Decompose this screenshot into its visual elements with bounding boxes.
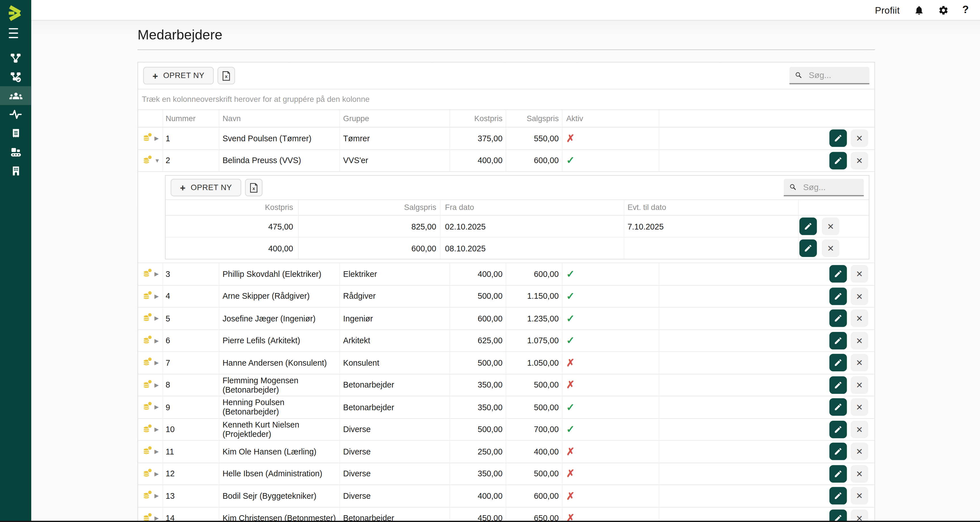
sidebar-item-activity[interactable] [0,105,31,124]
edit-button[interactable] [829,376,847,394]
edit-button[interactable] [829,420,847,438]
table-row[interactable]: ▶ 1 Svend Poulsen (Tømrer) Tømrer 375,00… [138,128,874,150]
caret-icon[interactable]: ▶ [154,337,161,343]
notifications-bell-icon[interactable] [914,5,924,15]
sidebar-item-company[interactable] [0,161,31,180]
edit-button[interactable] [829,287,847,305]
caret-icon[interactable]: ▶ [154,293,161,299]
subpanel-search-input[interactable] [802,182,858,192]
delete-button[interactable]: ✕ [851,398,868,416]
header-kostpris[interactable]: Kostpris [450,110,506,127]
status-icon: ✓ [566,155,575,166]
caret-icon[interactable]: ▶ [154,315,161,321]
edit-button[interactable] [829,310,847,327]
table-row[interactable]: ▼ 2 Belinda Preuss (VVS) VVS'er 400,00 6… [138,150,874,172]
edit-button[interactable] [829,130,847,147]
delete-button[interactable]: ✕ [851,152,868,169]
edit-button[interactable] [799,217,817,235]
settings-gear-icon[interactable] [938,5,948,15]
table-row[interactable]: ▶ 8 Flemming Mogensen (Betonarbejder) Be… [138,374,874,396]
table-row[interactable]: ▶ 3 Phillip Skovdahl (Elektriker) Elektr… [138,263,874,286]
header-nummer[interactable]: Nummer [163,110,219,127]
delete-button[interactable]: ✕ [851,354,868,372]
subtable-row[interactable]: 400,00 600,00 08.10.2025 ✕ [165,238,869,259]
subheader-evt-til-dato[interactable]: Evt. til dato [624,200,799,215]
header-gruppe[interactable]: Gruppe [340,110,450,127]
sidebar-item-projects[interactable] [0,49,31,67]
edit-button[interactable] [829,354,847,372]
cell-nummer: 8 [163,374,219,396]
delete-button[interactable]: ✕ [851,376,868,394]
subheader-salgspris[interactable]: Salgspris [299,200,441,215]
delete-button[interactable]: ✕ [822,239,839,257]
table-row[interactable]: ▶ 9 Henning Poulsen (Betonarbejder) Beto… [138,396,874,418]
excel-export-button[interactable]: x [218,67,235,85]
caret-icon[interactable]: ▶ [154,515,161,521]
caret-icon[interactable]: ▶ [154,426,161,433]
table-row[interactable]: ▶ 10 Kenneth Kurt Nielsen (Projektleder)… [138,418,874,441]
edit-button[interactable] [799,239,817,257]
caret-icon[interactable]: ▶ [154,493,161,499]
edit-pencil-icon [834,292,842,301]
subheader-fra-dato[interactable]: Fra dato [441,200,624,215]
menu-hamburger-icon[interactable] [9,28,22,38]
edit-pencil-icon [803,244,812,252]
table-row[interactable]: ▶ 14 Kim Christensen (Betonmester) Beton… [138,507,874,522]
caret-icon[interactable]: ▶ [154,471,161,477]
delete-button[interactable]: ✕ [851,130,868,147]
delete-x-icon: ✕ [856,269,863,279]
edit-button[interactable] [829,509,847,522]
delete-button[interactable]: ✕ [851,487,868,505]
delete-button[interactable]: ✕ [851,509,868,522]
edit-button[interactable] [829,487,847,505]
delete-x-icon: ✕ [856,469,863,479]
sidebar-item-employees[interactable] [0,86,31,105]
delete-button[interactable]: ✕ [851,443,868,460]
delete-button[interactable]: ✕ [851,420,868,438]
subpanel-excel-export-button[interactable]: x [245,179,262,196]
caret-icon[interactable]: ▶ [154,382,161,388]
edit-button[interactable] [829,465,847,482]
header-navn[interactable]: Navn [220,110,340,127]
sidebar-item-invoices[interactable] [0,124,31,142]
search-input[interactable] [808,70,864,80]
table-row[interactable]: ▶ 12 Helle Ibsen (Administration) Divers… [138,463,874,485]
subheader-kostpris[interactable]: Kostpris [165,200,299,215]
sidebar-item-projects-approved[interactable] [0,67,31,86]
table-row[interactable]: ▶ 4 Arne Skipper (Rådgiver) Rådgiver 500… [138,286,874,308]
create-new-button[interactable]: + OPRET NY [143,67,214,85]
profiit-logo-icon[interactable] [6,4,25,22]
caret-icon[interactable]: ▶ [154,135,161,142]
invoice-icon [10,128,21,139]
table-row[interactable]: ▶ 5 Josefine Jæger (Ingeniør) Ingeniør 6… [138,308,874,330]
edit-button[interactable] [829,332,847,350]
delete-button[interactable]: ✕ [851,310,868,327]
caret-icon[interactable]: ▶ [154,360,161,366]
sidebar-item-production[interactable] [0,142,31,161]
caret-icon[interactable]: ▶ [154,449,161,455]
delete-button[interactable]: ✕ [851,332,868,350]
subpanel-create-new-button[interactable]: + OPRET NY [171,179,241,196]
table-row[interactable]: ▶ 7 Hanne Andersen (Konsulent) Konsulent… [138,352,874,374]
header-aktiv[interactable]: Aktiv [563,110,660,127]
edit-pencil-icon [834,134,842,143]
delete-button[interactable]: ✕ [851,465,868,482]
header-salgspris[interactable]: Salgspris [506,110,562,127]
delete-button[interactable]: ✕ [822,217,839,235]
subtable-row[interactable]: 475,00 825,00 02.10.2025 7.10.2025 ✕ [165,216,869,238]
edit-button[interactable] [829,398,847,416]
help-question-icon[interactable]: ? [962,4,969,16]
caret-icon[interactable]: ▶ [154,404,161,410]
caret-icon[interactable]: ▼ [154,158,161,164]
caret-icon[interactable]: ▶ [154,271,161,277]
table-row[interactable]: ▶ 11 Kim Ole Hansen (Lærling) Diverse 25… [138,441,874,463]
table-row[interactable]: ▶ 6 Pierre Lefils (Arkitekt) Arkitekt 62… [138,330,874,352]
header-actions-col [659,110,874,127]
delete-button[interactable]: ✕ [851,287,868,305]
activity-icon [10,108,22,121]
table-row[interactable]: ▶ 13 Bodil Sejr (Byggetekniker) Diverse … [138,485,874,507]
edit-button[interactable] [829,152,847,169]
edit-button[interactable] [829,265,847,283]
edit-button[interactable] [829,443,847,460]
delete-button[interactable]: ✕ [851,265,868,283]
